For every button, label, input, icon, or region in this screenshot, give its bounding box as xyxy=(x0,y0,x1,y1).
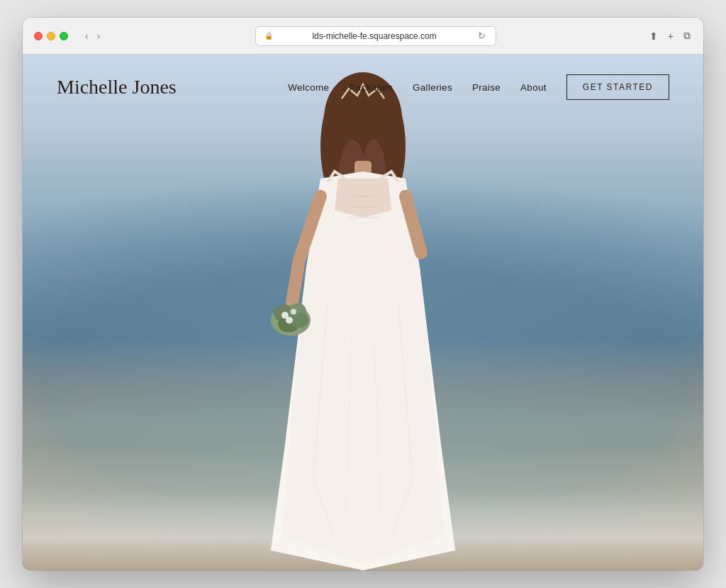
maximize-button[interactable] xyxy=(60,32,68,40)
forward-button[interactable]: › xyxy=(94,29,104,43)
traffic-lights xyxy=(34,32,68,40)
browser-actions: ⬆ + ⧉ xyxy=(648,28,692,43)
bride-figure xyxy=(242,55,484,570)
new-tab-button[interactable]: + xyxy=(666,29,675,43)
address-bar-container: 🔒 lds-michelle-fe.squarespace.com ↻ xyxy=(111,26,639,46)
nav-praise[interactable]: Praise xyxy=(472,82,501,93)
url-text: lds-michelle-fe.squarespace.com xyxy=(277,31,472,41)
minimize-button[interactable] xyxy=(47,32,55,40)
website-content: Michelle Jones Welcome Packages Gallerie… xyxy=(23,55,703,570)
lock-icon: 🔒 xyxy=(264,32,273,40)
reload-button[interactable]: ↻ xyxy=(476,29,487,43)
nav-welcome[interactable]: Welcome xyxy=(288,82,329,93)
back-button[interactable]: ‹ xyxy=(82,29,91,43)
address-bar[interactable]: 🔒 lds-michelle-fe.squarespace.com ↻ xyxy=(255,26,496,46)
svg-point-12 xyxy=(291,309,296,315)
site-nav: Welcome Packages Galleries Praise About … xyxy=(288,74,669,100)
nav-packages[interactable]: Packages xyxy=(349,82,393,93)
nav-galleries[interactable]: Galleries xyxy=(413,82,452,93)
nav-about[interactable]: About xyxy=(520,82,547,93)
browser-chrome: ‹ › 🔒 lds-michelle-fe.squarespace.com ↻ … xyxy=(23,18,703,55)
browser-window: ‹ › 🔒 lds-michelle-fe.squarespace.com ↻ … xyxy=(23,18,703,570)
get-started-button[interactable]: GET STARTED xyxy=(566,74,669,100)
browser-nav-buttons: ‹ › xyxy=(82,29,103,43)
svg-point-13 xyxy=(286,317,293,324)
site-navbar: Michelle Jones Welcome Packages Gallerie… xyxy=(23,55,703,120)
share-button[interactable]: ⬆ xyxy=(648,29,659,43)
site-logo: Michelle Jones xyxy=(57,76,177,98)
duplicate-tab-button[interactable]: ⧉ xyxy=(682,28,692,43)
close-button[interactable] xyxy=(34,32,43,40)
